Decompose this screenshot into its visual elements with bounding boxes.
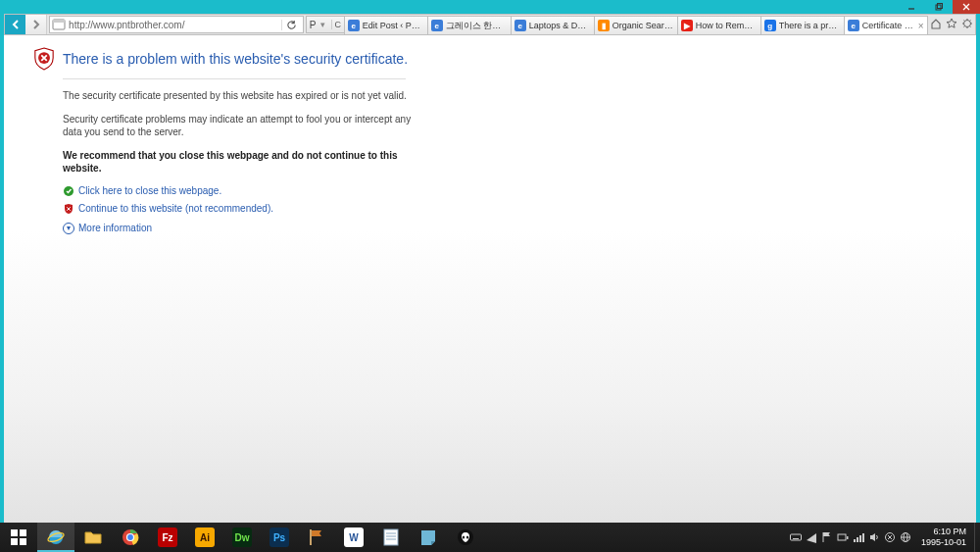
systray-sync-icon[interactable]: [882, 523, 898, 552]
chrome-icon: [121, 527, 140, 547]
svg-rect-31: [847, 536, 849, 539]
tab-label: Laptops & Deskto...: [529, 21, 591, 30]
svg-rect-33: [857, 537, 858, 542]
tab-favicon-icon: ▶: [681, 20, 693, 31]
start-icon: [9, 527, 28, 547]
minimize-icon: [906, 2, 916, 12]
taskbar-app-notepad[interactable]: [372, 523, 410, 552]
svg-point-24: [463, 535, 465, 538]
shield-small-icon: [63, 203, 74, 215]
taskbar-app-photoshop[interactable]: Ps: [261, 523, 298, 552]
window-minimize-button[interactable]: [898, 0, 925, 14]
tools-button[interactable]: [961, 18, 973, 31]
cert-recommendation: We recommend that you close this webpage…: [63, 149, 416, 176]
clock-time: 6:10 PM: [921, 527, 966, 537]
taskbar-app-illustrator[interactable]: Ai: [186, 523, 223, 552]
systray-signal-icon[interactable]: [835, 523, 851, 552]
svg-point-25: [466, 535, 468, 538]
svg-rect-30: [838, 534, 846, 540]
systray-bars-icon[interactable]: [851, 523, 866, 552]
svg-point-7: [963, 21, 970, 27]
alien-app-icon: [456, 527, 475, 547]
taskbar-app-filezilla[interactable]: Fz: [149, 523, 186, 552]
expand-icon[interactable]: ▾: [63, 223, 74, 234]
tab-strip: eEdit Post ‹ P&T IT ...e그레이스 한인교회eLaptop…: [345, 15, 928, 34]
nav-back-button[interactable]: [5, 15, 25, 34]
refresh-button[interactable]: [281, 20, 301, 30]
dreamweaver-icon: Dw: [232, 527, 252, 547]
file-explorer-icon: [83, 527, 103, 547]
svg-rect-26: [790, 534, 801, 540]
word-icon: W: [344, 527, 364, 547]
browser-tab[interactable]: eLaptops & Deskto...: [511, 16, 595, 34]
browser-tab[interactable]: gThere is a proble...: [760, 16, 845, 34]
taskbar-clock[interactable]: 6:10 PM 1995-10-01: [913, 527, 974, 548]
systray-speaker-icon[interactable]: [866, 523, 882, 552]
taskbar: FzAiDwPsW 6:10 PM 1995-10-01: [0, 523, 980, 552]
svg-rect-19: [384, 529, 398, 545]
tab-favicon-icon: g: [764, 20, 776, 31]
favorites-button[interactable]: [946, 18, 957, 31]
tab-favicon-icon: e: [848, 20, 859, 31]
taskbar-app-start[interactable]: [0, 523, 37, 552]
search-provider-label: P: [310, 20, 317, 30]
continue-website-link[interactable]: Continue to this website (not recommende…: [78, 203, 273, 214]
home-button[interactable]: [930, 18, 942, 31]
show-desktop-button[interactable]: [974, 523, 980, 552]
more-information-link[interactable]: More information: [78, 223, 152, 233]
browser-tab[interactable]: eCertificate Erro...×: [844, 16, 928, 34]
tab-favicon-icon: e: [514, 20, 526, 31]
stop-button[interactable]: C: [331, 20, 342, 29]
browser-tab[interactable]: e그레이스 한인교회: [427, 16, 512, 34]
tab-label: How to Remove S...: [696, 21, 758, 30]
systray-flag-white-icon[interactable]: [819, 523, 835, 552]
systray-action-icon[interactable]: [804, 523, 819, 552]
taskbar-app-internet-explorer[interactable]: [37, 523, 74, 552]
window-close-button[interactable]: [953, 0, 980, 14]
svg-rect-10: [11, 529, 18, 536]
close-webpage-link[interactable]: Click here to close this webpage.: [78, 185, 221, 196]
filezilla-icon: Fz: [158, 527, 177, 547]
ie-toolbar: P ▾ C eEdit Post ‹ P&T IT ...e그레이스 한인교회e…: [4, 14, 976, 35]
site-favicon-icon: [52, 18, 66, 31]
arrow-left-icon: [9, 18, 23, 31]
tab-label: Edit Post ‹ P&T IT ...: [363, 21, 424, 30]
clock-date: 1995-10-01: [921, 537, 966, 548]
systray-keyboard-icon[interactable]: [788, 523, 804, 552]
taskbar-app-file-explorer[interactable]: [74, 523, 112, 552]
ie-right-controls: [928, 15, 975, 34]
taskbar-app-app-flag[interactable]: [298, 523, 335, 552]
close-icon: [961, 2, 971, 12]
ok-icon: [63, 185, 74, 197]
restore-icon: [934, 2, 944, 12]
cert-msg-expired: The security certificate presented by th…: [63, 89, 416, 103]
arrow-right-icon: [29, 18, 43, 31]
internet-explorer-icon: [46, 527, 66, 547]
browser-tab[interactable]: eEdit Post ‹ P&T IT ...: [344, 16, 428, 34]
tab-label: There is a proble...: [779, 21, 841, 30]
tab-favicon-icon: ▮: [598, 20, 610, 31]
taskbar-app-chrome[interactable]: [112, 523, 149, 552]
page-viewport: There is a problem with this website's s…: [4, 35, 976, 523]
address-bar[interactable]: [49, 16, 304, 33]
nav-forward-button[interactable]: [25, 15, 47, 34]
search-box[interactable]: P ▾ C: [306, 16, 345, 33]
browser-tab[interactable]: ▶How to Remove S...: [677, 16, 761, 34]
svg-rect-13: [20, 538, 26, 545]
svg-rect-11: [20, 529, 26, 536]
browser-tab[interactable]: ▮Organic Search Tr...: [594, 16, 678, 34]
window-restore-button[interactable]: [925, 0, 953, 14]
svg-rect-18: [310, 529, 312, 545]
url-input[interactable]: [69, 20, 281, 30]
taskbar-app-dreamweaver[interactable]: Dw: [223, 523, 261, 552]
sticky-notes-icon: [418, 527, 438, 547]
tab-favicon-icon: e: [431, 20, 443, 31]
taskbar-app-alien-app[interactable]: [447, 523, 484, 552]
photoshop-icon: Ps: [270, 527, 289, 547]
systray-globe-icon[interactable]: [898, 523, 913, 552]
taskbar-app-word[interactable]: W: [335, 523, 372, 552]
tab-label: 그레이스 한인교회: [446, 20, 508, 32]
taskbar-app-sticky-notes[interactable]: [410, 523, 447, 552]
divider: [63, 78, 406, 79]
tab-close-button[interactable]: ×: [918, 21, 924, 31]
